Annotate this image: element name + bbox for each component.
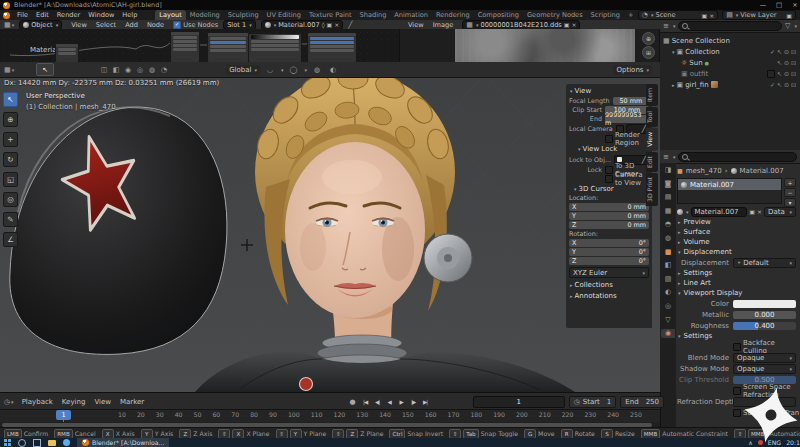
clip-threshold-slider[interactable]: 0.500 [733,376,796,384]
render-visibility-icon[interactable]: ⊡ [791,48,796,55]
timeline-ruler[interactable]: 1020304050607080901001101201301401501601… [0,409,660,422]
hide-eye-icon[interactable]: ⊙ [784,70,789,78]
panel-view[interactable]: ▾View [569,86,649,96]
workspace-tab[interactable]: Compositing [474,10,523,20]
selectable-icon[interactable]: ↖ [777,70,782,78]
properties-tab[interactable]: ◙ [661,180,675,189]
viewport-header-icon[interactable]: ◎ [134,66,146,74]
panel-preview[interactable]: ▸Preview [677,217,799,227]
task-view-icon[interactable] [33,439,41,447]
cursor-rotation-field[interactable]: Z0° [569,257,649,265]
shader-node[interactable] [207,32,249,62]
pan-icon[interactable]: ⊞ [642,46,655,59]
panel-3d-cursor[interactable]: ▾3D Cursor [569,184,649,194]
workspace-tab[interactable]: Animation [390,10,432,20]
properties-tab[interactable]: ◉ [661,329,675,338]
shader-node[interactable] [55,43,79,62]
search-taskbar-icon[interactable] [18,439,26,447]
viewport-tool-button[interactable]: ↖ [3,92,18,107]
properties-tab[interactable]: ◨ [661,166,675,175]
zoom-icon[interactable]: ⊕ [642,32,655,45]
slot-dropdown[interactable]: Slot 1▾ [223,20,255,30]
cursor-location-field[interactable]: X0 mm [569,203,649,211]
viewport-tool-button[interactable]: + [3,132,18,147]
n-panel-tab[interactable]: Item [646,84,658,106]
copy-icon[interactable]: ▣ [749,208,755,215]
selectable-icon[interactable]: ↖ [777,81,782,88]
outliner-row-outfit[interactable]: ▣ outfit ↖ ⊙ ⊡ [663,68,798,79]
cursor-rotation-field[interactable]: Y0° [569,248,649,256]
unlink-material-icon[interactable]: × [334,21,339,28]
n-panel-tab[interactable]: View [646,128,658,151]
hide-eye-icon[interactable]: ⊙ [784,81,789,88]
properties-tab[interactable]: ▽ [661,316,675,325]
start-frame-field[interactable]: ◷Start1 [569,396,617,408]
menu-item[interactable]: Image [429,21,458,29]
image-editor-canvas[interactable]: ⊕ ⊞ [400,29,660,62]
viewport-tool-button[interactable]: ↻ [3,152,18,167]
menu-item[interactable]: Edit [32,11,53,19]
shadow-mode-dropdown[interactable]: Opaque▾ [733,364,796,374]
snap-magnet-icon[interactable]: ◡ [264,66,276,74]
workspace-tab[interactable]: Sculpting [224,10,263,20]
properties-tab[interactable]: ◐ [661,288,675,297]
use-nodes-checkbox[interactable] [173,21,181,29]
material-name-field[interactable]: Material.007 [691,207,748,217]
roughness-slider[interactable]: 0.400 [733,322,796,330]
image-datablock[interactable]: ▦▾ 00000001B042E210.dds ▣ × [462,20,580,30]
viewport-tool-button[interactable]: ◱ [3,172,18,187]
breadcrumb-object[interactable]: mesh_470 [686,167,722,175]
outliner-row-scene-collection[interactable]: ▦ Scene Collection [663,35,798,46]
render-visibility-icon[interactable]: ⊡ [791,70,796,78]
unlink-icon[interactable]: × [757,208,762,215]
cursor-rotation-field[interactable]: X0° [569,239,649,247]
properties-tab[interactable]: ▦ [661,207,675,216]
properties-tab[interactable]: ◧ [661,261,675,270]
workspace-tab[interactable]: Texture Paint [305,10,356,20]
panel-collections[interactable]: ▸Collections [569,280,649,290]
metallic-slider[interactable]: 0.000 [733,311,796,319]
image-copy-icon[interactable]: ▣ [564,21,570,28]
properties-search-input[interactable] [678,152,797,162]
fake-user-icon[interactable]: ◊ [322,21,325,28]
menu-item[interactable]: View [404,21,428,29]
render-visibility-icon[interactable]: ⊡ [791,81,796,88]
menu-item[interactable]: Node [143,21,168,29]
tray-expand-icon[interactable]: ∧ [748,439,753,446]
shader-mode-dropdown[interactable]: Object▾ [19,20,62,30]
menu-item[interactable]: Select [92,21,120,29]
current-frame-field[interactable]: 1 [473,396,565,408]
viewport-header-icon[interactable]: ◍ [146,66,158,74]
scene-copy-icon[interactable]: ▣ [701,12,707,19]
playback-button[interactable]: ◀ [384,397,395,406]
refraction-depth-field[interactable] [733,397,796,407]
file-explorer-icon[interactable] [48,440,56,446]
view-layer-copy-icon[interactable]: ▣ [786,12,792,19]
auto-keying-icon[interactable]: ● [350,398,356,406]
panel-annotations[interactable]: ▸Annotations [569,291,649,301]
outliner-editor-icon[interactable]: ≡ [663,22,669,30]
blend-mode-dropdown[interactable]: Opaque▾ [733,353,796,363]
properties-tab[interactable]: ◍ [661,234,675,243]
end-frame-field[interactable]: End250 [620,396,664,408]
color-swatch[interactable] [733,300,796,308]
selectable-icon[interactable]: ↖ [777,59,782,66]
selectable-icon[interactable]: ↖ [777,48,782,55]
panel-displacement[interactable]: ▾Displacement [677,247,799,257]
tray-app-icon[interactable] [758,440,763,445]
n-panel-tab[interactable]: Edit [646,152,658,172]
playback-button[interactable]: ◀| [372,397,383,406]
maximize-button[interactable]: □ [771,0,787,10]
properties-tab[interactable]: ▨ [661,275,675,284]
n-panel-tab[interactable]: Tool [646,107,658,127]
add-workspace-button[interactable]: + [624,10,638,20]
blender-menu-icon[interactable] [3,12,10,19]
viewport-header-icon[interactable]: ◧ [110,66,122,74]
overlays-icon[interactable]: ◍ [311,66,323,74]
hide-eye-icon[interactable]: ⊙ [784,48,789,55]
outliner-search-input[interactable] [678,21,782,31]
panel-surface[interactable]: ▸Surface [677,227,799,237]
view-layer-selector[interactable]: ▤ ▾ View Layer ▣ [722,10,796,20]
properties-tab[interactable]: ◎ [661,302,675,311]
exclude-checkbox[interactable]: ✓ [770,81,775,88]
